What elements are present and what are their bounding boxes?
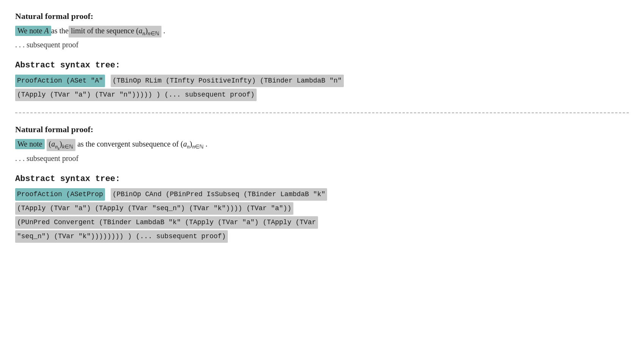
period-1: . [161, 27, 165, 35]
section2-ast-line2: (TApply (TVar "a") (TApply (TVar "seq_n"… [15, 202, 629, 215]
section1-proof-line: We note A as the limit of the sequence (… [15, 26, 629, 37]
limit-phrase-text: limit of the sequence (an)n∈ℕ [71, 27, 159, 35]
section1-ast-line1: ProofAction (ASet "A" (TBinOp RLim (TInf… [15, 75, 629, 87]
section2-subsequent: . . . subsequent proof [15, 154, 629, 163]
we-note-text-1: We note [17, 27, 42, 35]
limit-phrase-highlight: limit of the sequence (an)n∈ℕ [69, 26, 161, 37]
section1-ast-gray-1: (TBinOp RLim (TInfty PositiveInfty) (TBi… [111, 75, 344, 87]
section1-title: Natural formal proof: [15, 11, 629, 21]
we-note-highlight-2: We note [15, 139, 45, 149]
as-the-text: as the [51, 27, 69, 35]
section2-ast-line3: (PUnPred Convergent (TBinder LambdaB "k"… [15, 216, 629, 229]
section2-natural-proof: Natural formal proof: We note (ank)k∈ℕ a… [15, 125, 629, 163]
section2-ast-space1 [105, 188, 111, 201]
section2-ast-gray-3: (PUnPred Convergent (TBinder LambdaB "k"… [15, 216, 318, 229]
A-var: A [44, 27, 49, 35]
section2-title: Natural formal proof: [15, 125, 629, 134]
section2-ast-title: Abstract syntax tree: [15, 174, 629, 184]
section2-proof-line: We note (ank)k∈ℕ as the convergent subse… [15, 139, 629, 151]
section2-ast-gray-2: (TApply (TVar "a") (TApply (TVar "seq_n"… [15, 202, 293, 215]
section-divider [15, 112, 629, 113]
section2-ast-line4: "seq_n") (TVar "k")))))))) ) (... subseq… [15, 230, 629, 243]
space-between [45, 140, 47, 148]
section2-ast-line1: ProofAction (ASetProp (PBinOp CAnd (PBin… [15, 188, 629, 201]
section1-subsequent: . . . subsequent proof [15, 41, 629, 49]
we-note-text-2: We note [17, 140, 42, 148]
section1-natural-proof: Natural formal proof: We note A as the l… [15, 11, 629, 49]
section1-ast-gray-2: (TApply (TVar "a") (TVar "n"))))) ) (...… [15, 89, 257, 101]
we-note-highlight-1: We note A [15, 26, 51, 36]
subsequence-math: (ank)k∈ℕ [49, 140, 74, 148]
section1-ast-teal-1: ProofAction (ASet "A" [15, 75, 105, 87]
section1-ast: Abstract syntax tree: ProofAction (ASet … [15, 61, 629, 101]
section2-ast-gray-4: "seq_n") (TVar "k")))))))) ) (... subseq… [15, 230, 228, 243]
section1-ast-line2: (TApply (TVar "a") (TVar "n"))))) ) (...… [15, 89, 629, 101]
section1-ast-space1 [105, 75, 111, 87]
section1-ast-title: Abstract syntax tree: [15, 61, 629, 70]
as-convergent-text: as the convergent subsequence of (an)n∈ℕ… [75, 140, 207, 150]
section2-ast-gray-1: (PBinOp CAnd (PBinPred IsSubseq (TBinder… [111, 188, 327, 201]
section2-ast-teal-1: ProofAction (ASetProp [15, 188, 105, 201]
subsequence-highlight: (ank)k∈ℕ [47, 139, 76, 151]
section2-ast: Abstract syntax tree: ProofAction (ASetP… [15, 174, 629, 242]
